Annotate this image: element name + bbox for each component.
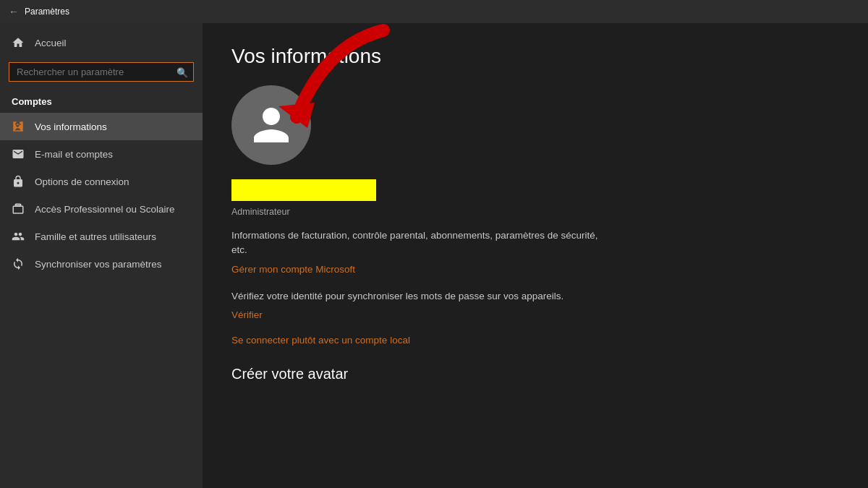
sidebar-item-famille[interactable]: Famille et autres utilisateurs [0, 223, 203, 250]
sync-icon [12, 257, 25, 270]
sidebar-home-label: Accueil [35, 38, 67, 48]
person-icon [12, 120, 25, 133]
avatar-section [231, 85, 839, 165]
title-bar: ← Paramètres [0, 0, 868, 23]
content-area: Vos informations Administrateur Informat… [203, 23, 868, 488]
sidebar-label-vos-informations: Vos informations [35, 121, 107, 132]
sidebar-item-acces-professionnel[interactable]: Accès Professionnel ou Scolaire [0, 195, 203, 223]
sidebar-section-title: Comptes [0, 90, 203, 113]
info-description: Informations de facturation, contrôle pa… [231, 228, 608, 258]
sidebar-label-options-connexion: Options de connexion [35, 176, 129, 187]
search-container: 🔍 [0, 56, 203, 87]
sidebar: Accueil 🔍 Comptes Vos informations [0, 23, 203, 488]
content-wrapper: Vos informations Administrateur Informat… [231, 45, 839, 382]
sidebar-label-email-comptes: E-mail et comptes [35, 149, 113, 160]
key-icon [12, 175, 25, 188]
search-input[interactable] [9, 62, 194, 82]
search-icon: 🔍 [176, 67, 188, 77]
page-title: Vos informations [231, 45, 839, 68]
avatar [231, 85, 311, 165]
briefcase-icon [12, 202, 25, 215]
main-layout: Accueil 🔍 Comptes Vos informations [0, 23, 868, 488]
verify-link[interactable]: Vérifier [231, 309, 839, 320]
title-bar-label: Paramètres [25, 7, 69, 17]
sidebar-label-acces-professionnel: Accès Professionnel ou Scolaire [35, 204, 175, 215]
verify-description: Vérifiez votre identité pour synchronise… [231, 289, 608, 304]
local-account-link[interactable]: Se connecter plutôt avec un compte local [231, 335, 839, 346]
back-button[interactable]: ← [9, 6, 19, 17]
mail-icon [12, 147, 25, 160]
sidebar-label-synchroniser: Synchroniser vos paramètres [35, 259, 162, 270]
search-wrapper: 🔍 [9, 62, 194, 82]
sidebar-item-vos-informations[interactable]: Vos informations [0, 113, 203, 140]
home-icon [12, 36, 25, 49]
user-role: Administrateur [231, 207, 839, 217]
sidebar-item-synchroniser[interactable]: Synchroniser vos paramètres [0, 250, 203, 278]
manage-account-link[interactable]: Gérer mon compte Microsoft [231, 264, 839, 275]
verify-section: Vérifiez votre identité pour synchronise… [231, 289, 839, 320]
people-icon [12, 230, 25, 243]
sidebar-item-email-comptes[interactable]: E-mail et comptes [0, 140, 203, 168]
sidebar-label-famille: Famille et autres utilisateurs [35, 231, 156, 242]
username-bar [231, 179, 376, 201]
create-avatar-title: Créer votre avatar [231, 366, 839, 382]
sidebar-item-options-connexion[interactable]: Options de connexion [0, 168, 203, 195]
sidebar-item-home[interactable]: Accueil [0, 29, 203, 56]
